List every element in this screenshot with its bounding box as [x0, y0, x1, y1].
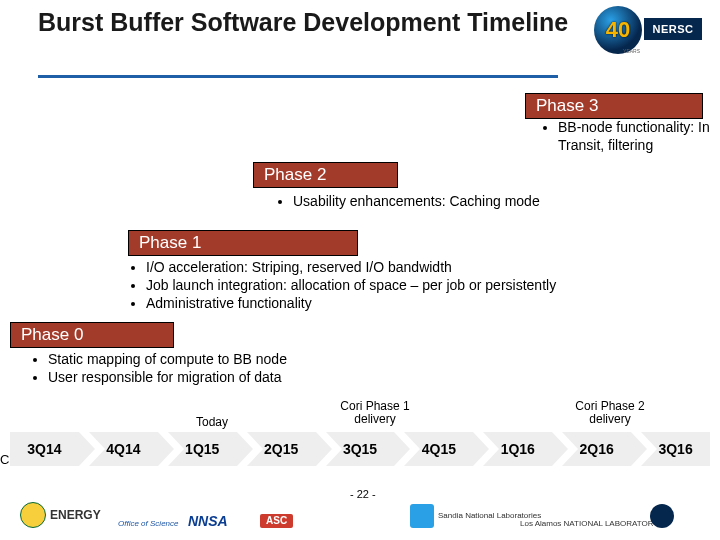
quarter-chevron: 3Q14 — [10, 432, 79, 466]
label-today: Today — [196, 416, 228, 429]
list-item: Static mapping of compute to BB node — [48, 350, 460, 368]
lab-icon — [650, 504, 674, 528]
quarter-chevron: 4Q14 — [89, 432, 158, 466]
list-item: BB-node functionality: In Transit, filte… — [558, 118, 710, 154]
list-item: Administrative functionality — [146, 294, 688, 312]
slide: Burst Buffer Software Development Timeli… — [0, 0, 720, 540]
list-item: Job launch integration: allocation of sp… — [146, 276, 688, 294]
list-item: Usability enhancements: Caching mode — [293, 192, 705, 210]
logo-asc: ASC — [260, 514, 293, 528]
list-item: I/O acceleration: Striping, reserved I/O… — [146, 258, 688, 276]
quarter-chevron: 4Q15 — [404, 432, 473, 466]
quarter-chevron: 2Q15 — [247, 432, 316, 466]
seal-icon — [20, 502, 46, 528]
logo-doe: ENERGY — [20, 502, 101, 528]
phase0-bullets: Static mapping of compute to BB node Use… — [30, 350, 460, 386]
phase2-box: Phase 2 — [253, 162, 398, 188]
logo-lbnl — [650, 504, 674, 528]
anniversary-badge: 40 — [594, 6, 642, 54]
quarter-chevron: 3Q15 — [326, 432, 395, 466]
label-cori1: Cori Phase 1 delivery — [340, 400, 410, 426]
footer: - 22 - ENERGY Office of Science NNSA ASC… — [0, 482, 720, 532]
quarter-chevron: 1Q15 — [168, 432, 237, 466]
quarter-chevron: 1Q16 — [483, 432, 552, 466]
logo-nnsa: NNSA — [188, 514, 228, 528]
label-cori2: Cori Phase 2 delivery — [575, 400, 645, 426]
phase3-box: Phase 3 — [525, 93, 703, 119]
logo-lanl: Los Alamos NATIONAL LABORATORY — [520, 520, 659, 528]
phase1-bullets: I/O acceleration: Striping, reserved I/O… — [128, 258, 688, 313]
page-title: Burst Buffer Software Development Timeli… — [38, 8, 568, 37]
nersc-logo: NERSC — [644, 18, 702, 40]
page-number: - 22 - — [350, 488, 376, 500]
thunderbird-icon — [410, 504, 434, 528]
phase0-box: Phase 0 — [10, 322, 174, 348]
list-item: User responsible for migration of data — [48, 368, 460, 386]
phase1-box: Phase 1 — [128, 230, 358, 256]
quarter-chevron: 2Q16 — [562, 432, 631, 466]
logo-office-science: Office of Science — [118, 520, 178, 528]
phase3-bullets: BB-node functionality: In Transit, filte… — [540, 118, 710, 154]
anniversary-number: 40 — [606, 17, 630, 43]
phase2-bullets: Usability enhancements: Caching mode — [275, 192, 705, 210]
title-underline — [38, 75, 558, 78]
anniversary-text: YEARS — [623, 48, 640, 54]
quarter-chevron: 3Q16 — [641, 432, 710, 466]
timeline: 3Q14 4Q14 1Q15 2Q15 3Q15 4Q15 1Q16 2Q16 … — [10, 432, 710, 466]
